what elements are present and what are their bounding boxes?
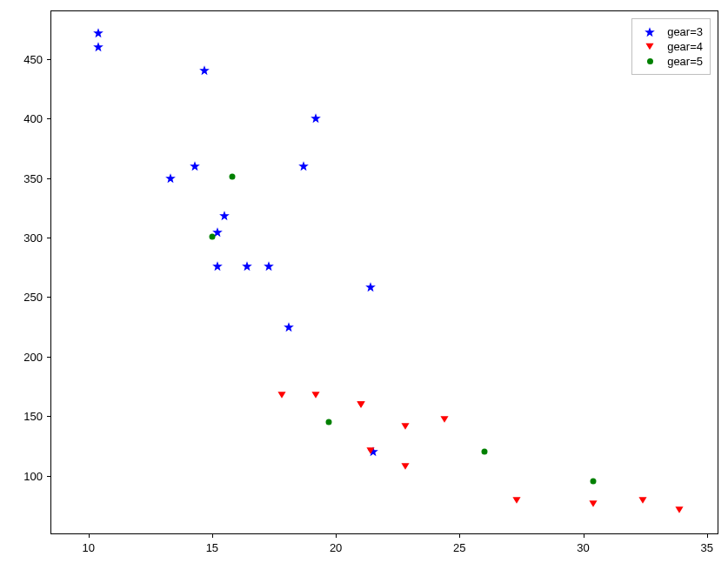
legend-label-gear4: gear=4 <box>667 40 703 53</box>
y-tick <box>47 297 51 298</box>
data-point-gear-4 <box>638 496 648 506</box>
x-tick-label: 15 <box>206 541 218 554</box>
y-tick <box>47 416 51 417</box>
y-tick-label: 150 <box>23 410 43 423</box>
chart-container: gear=3 gear=4 gear=5 1015202530351001502… <box>0 0 728 563</box>
data-point-gear-3 <box>283 321 295 333</box>
data-point-gear-4 <box>400 461 411 471</box>
data-point-gear-3 <box>189 160 201 172</box>
data-point-gear-3 <box>364 281 377 293</box>
data-point-gear-5 <box>229 174 235 180</box>
x-tick-label: 35 <box>701 541 713 554</box>
data-point-gear-4 <box>277 390 287 399</box>
y-tick-label: 250 <box>23 291 43 304</box>
legend-entry-gear3: gear=3 <box>639 24 703 39</box>
legend: gear=3 gear=4 gear=5 <box>631 18 711 75</box>
x-tick-label: 30 <box>577 541 589 554</box>
data-point-gear-3 <box>211 260 224 272</box>
x-tick <box>212 533 213 538</box>
plot-area: gear=3 gear=4 gear=5 1015202530351001502… <box>50 10 718 534</box>
legend-entry-gear4: gear=4 <box>639 39 703 54</box>
y-tick <box>47 476 51 477</box>
data-point-gear-5 <box>590 479 596 485</box>
y-tick-label: 350 <box>23 171 43 184</box>
data-point-gear-4 <box>356 399 366 409</box>
data-point-gear-3 <box>297 160 310 172</box>
x-tick-label: 10 <box>82 541 94 554</box>
y-tick-label: 450 <box>23 52 43 65</box>
data-point-gear-3 <box>164 172 177 184</box>
y-tick <box>47 357 51 358</box>
data-point-gear-3 <box>241 260 253 272</box>
legend-marker-dot-icon <box>639 58 660 64</box>
data-point-gear-4 <box>674 506 685 515</box>
data-point-gear-3 <box>92 41 104 53</box>
x-tick-label: 20 <box>330 541 342 554</box>
data-point-gear-5 <box>325 419 331 426</box>
data-point-gear-5 <box>481 449 487 455</box>
legend-label-gear5: gear=5 <box>667 55 703 68</box>
x-tick <box>707 533 708 538</box>
y-tick <box>47 59 51 60</box>
data-point-gear-4 <box>588 499 598 509</box>
data-point-gear-4 <box>365 446 376 455</box>
data-point-gear-4 <box>400 422 411 432</box>
y-tick <box>47 118 51 119</box>
x-tick <box>89 533 90 538</box>
y-tick-label: 100 <box>23 469 43 482</box>
data-point-gear-5 <box>209 233 215 239</box>
x-tick <box>336 533 337 538</box>
legend-entry-gear5: gear=5 <box>639 54 703 69</box>
x-tick <box>584 533 584 538</box>
y-tick-label: 200 <box>23 350 43 363</box>
data-point-gear-3 <box>218 210 230 222</box>
legend-label-gear3: gear=3 <box>667 25 703 38</box>
data-point-gear-4 <box>511 496 522 506</box>
data-point-gear-3 <box>263 260 275 272</box>
legend-marker-triangle-icon <box>639 42 660 51</box>
y-tick-label: 300 <box>23 231 43 244</box>
data-point-gear-4 <box>311 390 321 399</box>
data-point-gear-3 <box>92 27 104 39</box>
data-point-gear-3 <box>310 112 322 124</box>
data-point-gear-3 <box>198 64 210 77</box>
y-tick-label: 400 <box>23 112 43 125</box>
legend-marker-star-icon <box>639 26 660 38</box>
y-tick <box>47 178 51 179</box>
data-point-gear-4 <box>439 415 450 425</box>
x-tick <box>459 533 460 538</box>
y-tick <box>47 238 51 238</box>
x-tick-label: 25 <box>453 541 465 554</box>
